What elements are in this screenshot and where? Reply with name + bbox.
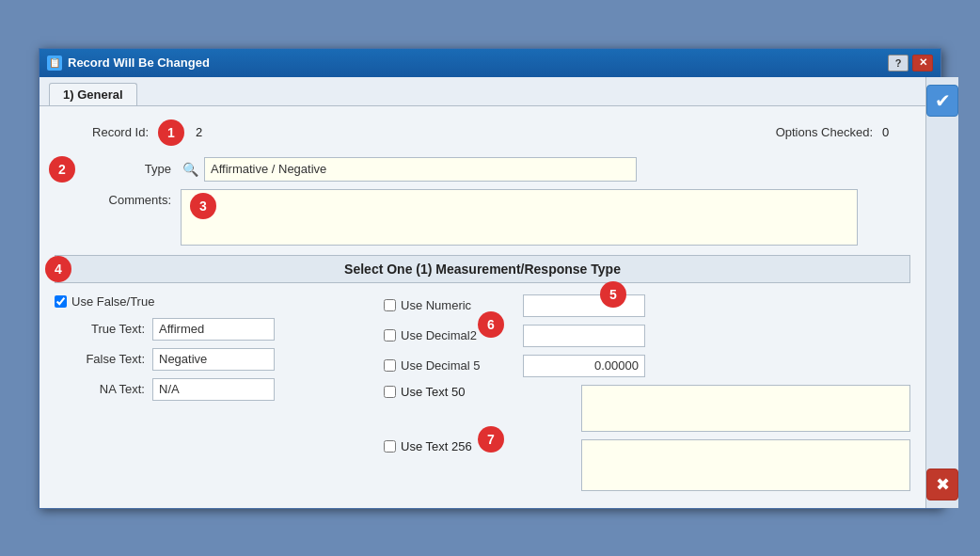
na-text-row: NA Text: — [55, 378, 346, 401]
side-buttons: ✔ ✖ — [925, 77, 958, 508]
window-icon: 📋 — [47, 56, 62, 71]
false-text-label: False Text: — [70, 352, 145, 366]
checkbox-area: Use False/True True Text: False Text: — [55, 294, 910, 499]
record-id-label: Record Id: — [55, 125, 149, 139]
type-label: Type — [77, 162, 171, 176]
title-bar: 📋 Record Will Be Changed ? ✕ — [40, 49, 940, 77]
help-button[interactable]: ? — [888, 55, 909, 71]
tab-general[interactable]: 1) General — [49, 83, 137, 105]
section-header: Select One (1) Measurement/Response Type — [55, 255, 910, 283]
use-text50-row: Use Text 50 — [384, 385, 910, 432]
use-text256-textarea[interactable] — [581, 439, 910, 491]
use-numeric-label: Use Numeric — [401, 298, 523, 312]
use-false-true-row: Use False/True — [55, 294, 346, 309]
use-numeric-checkbox[interactable] — [384, 299, 396, 311]
use-numeric-input[interactable] — [523, 294, 645, 317]
use-false-true-checkbox[interactable] — [55, 295, 67, 308]
badge-5: 5 — [600, 281, 626, 308]
close-button[interactable]: ✕ — [912, 55, 933, 71]
use-text256-checkbox[interactable] — [384, 440, 396, 453]
use-false-true-label: Use False/True — [71, 294, 154, 309]
use-decimal2-row: 6 Use Decimal2 — [384, 325, 910, 347]
options-checked-value: 0 — [882, 125, 910, 139]
use-text50-textarea[interactable] — [581, 385, 910, 432]
left-col: Use False/True True Text: False Text: — [55, 294, 346, 499]
type-input[interactable] — [204, 157, 637, 182]
badge-3: 3 — [190, 193, 216, 219]
na-text-input[interactable] — [152, 378, 275, 401]
use-numeric-row: 5 Use Numeric — [384, 294, 910, 317]
use-text256-label: Use Text 256 — [401, 439, 472, 453]
false-text-row: False Text: — [55, 348, 346, 371]
ok-button[interactable]: ✔ — [926, 85, 958, 117]
type-search-icon[interactable]: 🔍 — [181, 160, 199, 179]
options-checked-label: Options Checked: — [776, 125, 873, 139]
record-id-value: 2 — [196, 125, 202, 139]
form-area: Record Id: 1 2 Options Checked: 0 2 Type… — [40, 106, 925, 508]
na-text-label: NA Text: — [70, 382, 145, 396]
section-header-wrap: 4 Select One (1) Measurement/Response Ty… — [55, 255, 910, 283]
main-content: 1) General Record Id: 1 2 Options Checke… — [40, 77, 925, 508]
right-col: 5 Use Numeric 6 Use Decimal2 — [384, 294, 910, 499]
main-window: 📋 Record Will Be Changed ? ✕ 1) General … — [39, 48, 941, 509]
record-id-section: Record Id: 1 2 Options Checked: 0 — [55, 119, 910, 146]
use-text50-checkbox[interactable] — [384, 386, 396, 398]
cancel-button[interactable]: ✖ — [926, 469, 958, 500]
false-text-input[interactable] — [152, 348, 275, 371]
true-text-input[interactable] — [152, 318, 275, 341]
type-row: 2 Type 🔍 — [55, 157, 910, 182]
tab-bar: 1) General — [40, 77, 925, 106]
badge-6: 6 — [478, 311, 504, 338]
badge-4: 4 — [45, 256, 71, 282]
comments-label: Comments: — [77, 189, 171, 207]
use-decimal5-checkbox[interactable] — [384, 359, 396, 372]
badge-2: 2 — [49, 156, 75, 183]
use-text256-row: 7 Use Text 256 — [384, 439, 910, 491]
use-decimal5-label: Use Decimal 5 — [401, 358, 523, 373]
record-id-with-badge: 1 2 — [158, 119, 230, 146]
use-decimal2-input[interactable] — [523, 325, 645, 347]
use-text50-label: Use Text 50 — [401, 385, 465, 399]
comments-row: Comments: 3 — [55, 189, 910, 246]
use-decimal2-label: Use Decimal2 — [401, 328, 523, 342]
comments-textarea[interactable] — [181, 189, 858, 246]
true-text-row: True Text: — [55, 318, 346, 341]
title-bar-left: 📋 Record Will Be Changed — [47, 56, 210, 71]
badge-7: 7 — [478, 426, 504, 453]
use-decimal5-row: Use Decimal 5 — [384, 355, 910, 377]
title-buttons: ? ✕ — [888, 55, 933, 71]
window-body: 1) General Record Id: 1 2 Options Checke… — [40, 77, 940, 508]
use-decimal2-checkbox[interactable] — [384, 329, 396, 342]
use-decimal5-input[interactable] — [523, 355, 645, 377]
true-text-label: True Text: — [70, 322, 145, 336]
window-title: Record Will Be Changed — [68, 56, 210, 70]
badge-1: 1 — [158, 119, 184, 146]
